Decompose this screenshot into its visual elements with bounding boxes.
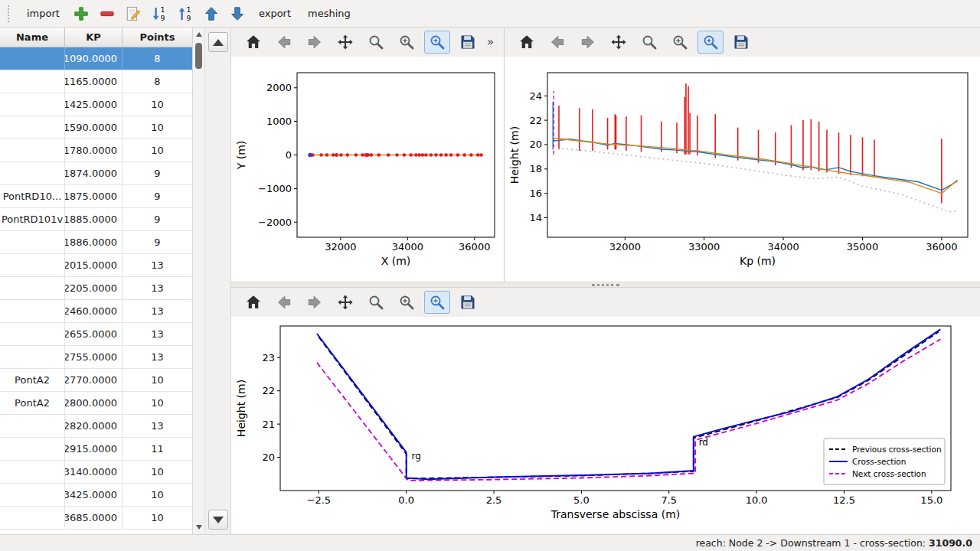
cross-section-save-button[interactable] <box>455 291 481 314</box>
profile-save-button[interactable] <box>728 31 754 54</box>
table-row[interactable]: 33140.000010 <box>0 461 192 484</box>
previous-section-button[interactable] <box>208 32 228 52</box>
cell-points: 10 <box>122 484 192 506</box>
plan-zoom-button[interactable] <box>363 31 389 54</box>
table-scrollbar[interactable] <box>193 28 205 534</box>
svg-text:rd: rd <box>699 437 708 448</box>
sort-descending-button[interactable]: 19 <box>173 2 198 25</box>
cell-points: 13 <box>122 415 192 437</box>
svg-text:rg: rg <box>412 451 421 461</box>
svg-text:20: 20 <box>529 139 542 150</box>
table-row[interactable]: 31780.000010 <box>0 139 192 162</box>
up-triangle-icon <box>213 39 224 46</box>
profile-forward-button[interactable] <box>575 31 601 54</box>
svg-text:35000: 35000 <box>847 241 878 253</box>
plan-toolbar-overflow-chevron-icon[interactable]: » <box>487 35 494 49</box>
table-row[interactable]: 32820.000013 <box>0 415 192 438</box>
plan-plot-canvas[interactable]: 320003400036000−2000−1000010002000X (m)Y… <box>231 57 504 282</box>
cross-section-home-button[interactable] <box>240 291 266 314</box>
cross-section-forward-button[interactable] <box>302 291 328 314</box>
column-header-points[interactable]: Points <box>122 28 192 47</box>
table-row[interactable]: PontA232800.000010 <box>0 392 192 415</box>
cell-points: 13 <box>122 323 192 345</box>
cell-kp: 32820.0000 <box>65 415 122 437</box>
add-section-button[interactable] <box>69 2 93 25</box>
cell-name: PontA2 <box>0 369 65 391</box>
import-menu-button[interactable]: import <box>19 5 67 22</box>
table-row[interactable]: 32755.000013 <box>0 346 192 369</box>
cell-kp: 31090.0000 <box>65 47 122 70</box>
profile-back-button[interactable] <box>544 31 570 54</box>
profile-home-button[interactable] <box>514 31 540 54</box>
table-row[interactable]: 31590.000010 <box>0 116 192 139</box>
next-section-button[interactable] <box>208 510 228 530</box>
svg-text:10.0: 10.0 <box>746 494 768 506</box>
plan-pan-button[interactable] <box>332 31 358 54</box>
cross-section-zoom-button[interactable] <box>363 291 389 314</box>
table-row[interactable]: 32015.000013 <box>0 254 192 277</box>
scrollbar-thumb[interactable] <box>195 43 202 69</box>
sort-ascending-button[interactable]: 19 <box>147 2 172 25</box>
svg-text:2.5: 2.5 <box>486 494 502 506</box>
svg-text:7.5: 7.5 <box>661 494 677 506</box>
cell-points: 9 <box>122 231 192 253</box>
table-row[interactable]: PontRD10...31875.00009 <box>0 185 192 208</box>
table-row[interactable]: 32460.000013 <box>0 300 192 323</box>
cross-section-back-button[interactable] <box>271 291 297 314</box>
table-row[interactable]: 33685.000010 <box>0 507 192 530</box>
cell-kp: 32755.0000 <box>65 346 122 368</box>
table-row[interactable]: 32915.000011 <box>0 438 192 461</box>
svg-text:9: 9 <box>161 14 165 21</box>
table-row[interactable]: PontRD101v31885.00009 <box>0 208 192 231</box>
table-row[interactable]: 31886.00009 <box>0 231 192 254</box>
plan-back-button[interactable] <box>271 31 297 54</box>
scrollbar-up-arrow-icon[interactable] <box>193 29 205 40</box>
table-row[interactable]: 32655.000013 <box>0 323 192 346</box>
cross-section-customize-button[interactable] <box>424 291 450 314</box>
profile-customize-button[interactable] <box>697 31 724 54</box>
edit-section-button[interactable] <box>121 2 145 25</box>
plan-subplots-button[interactable] <box>394 31 420 54</box>
plan-save-button[interactable] <box>455 31 481 54</box>
profile-panel: 3200033000340003500036000141618202224Kp … <box>505 28 980 282</box>
cell-kp: 31885.0000 <box>65 208 122 230</box>
table-row[interactable]: 33425.000010 <box>0 484 192 507</box>
table-row[interactable]: 31425.000010 <box>0 93 192 116</box>
profile-pan-button[interactable] <box>606 31 632 54</box>
cell-name <box>0 346 65 368</box>
svg-text:Height (m): Height (m) <box>508 126 521 184</box>
cross-section-plot-canvas[interactable]: −2.50.02.55.07.510.012.515.020212223Tran… <box>231 317 980 534</box>
table-row[interactable]: PontA232770.000010 <box>0 369 192 392</box>
svg-text:Transverse abscissa (m): Transverse abscissa (m) <box>550 508 681 520</box>
cross-section-pan-button[interactable] <box>332 291 358 314</box>
toolbar-drag-handle <box>8 5 11 22</box>
export-menu-button[interactable]: export <box>251 5 299 22</box>
meshing-menu-button[interactable]: meshing <box>300 5 358 22</box>
table-row[interactable]: 32205.000013 <box>0 277 192 300</box>
profile-subplots-button[interactable] <box>667 31 693 54</box>
plan-forward-button[interactable] <box>302 31 328 54</box>
table-row[interactable]: 31165.00008 <box>0 70 192 93</box>
column-header-name[interactable]: Name <box>0 28 65 47</box>
horizontal-splitter[interactable] <box>231 282 980 288</box>
svg-text:33000: 33000 <box>688 241 720 253</box>
plan-customize-button[interactable] <box>424 31 450 54</box>
column-header-kp[interactable]: KP <box>65 28 122 47</box>
cell-points: 10 <box>122 369 192 391</box>
remove-section-button[interactable] <box>95 2 119 25</box>
sections-table-panel: Name KP Points 31090.0000831165.00008314… <box>0 28 193 534</box>
scrollbar-down-arrow-icon[interactable] <box>193 522 205 533</box>
cross-section-subplots-button[interactable] <box>394 291 420 314</box>
profile-zoom-button[interactable] <box>636 31 662 54</box>
cell-name: PontRD101v <box>0 208 65 230</box>
table-row[interactable]: 31090.00008 <box>0 47 192 70</box>
move-up-button[interactable] <box>199 2 224 25</box>
plan-home-button[interactable] <box>240 31 266 54</box>
cell-name <box>0 438 65 460</box>
move-down-button[interactable] <box>225 2 250 25</box>
table-row[interactable]: 31874.00009 <box>0 162 192 185</box>
svg-text:Y (m): Y (m) <box>235 141 247 171</box>
cell-kp: 32205.0000 <box>65 277 122 299</box>
profile-plot-canvas[interactable]: 3200033000340003500036000141618202224Kp … <box>505 57 980 282</box>
svg-text:15.0: 15.0 <box>920 494 942 506</box>
